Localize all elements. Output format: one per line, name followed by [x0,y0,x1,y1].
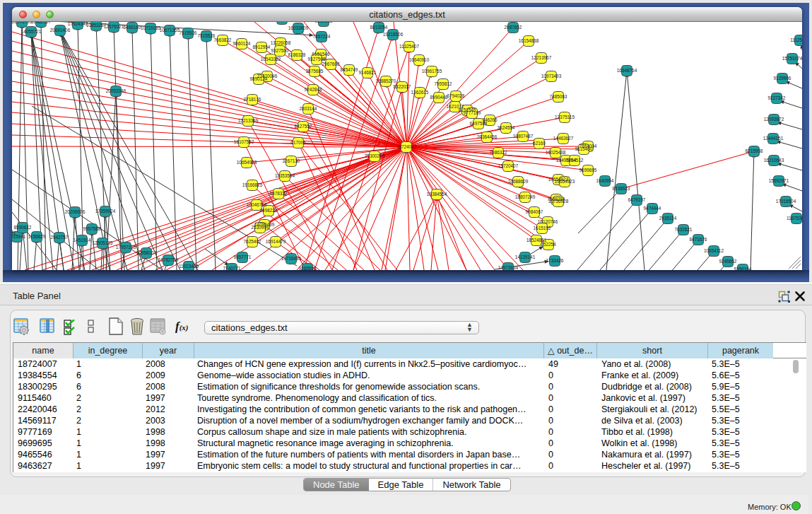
svg-text:7663822: 7663822 [214,37,232,42]
svg-text:2718176: 2718176 [244,97,261,102]
svg-text:6479197: 6479197 [628,197,646,202]
svg-text:6466160: 6466160 [124,25,141,30]
svg-text:20206576: 20206576 [65,209,86,214]
svg-text:9242848: 9242848 [305,87,322,92]
svg-text:12505135: 12505135 [93,240,113,245]
svg-text:7864512: 7864512 [566,158,584,163]
svg-text:10046766: 10046766 [247,202,267,207]
svg-text:14463627: 14463627 [553,136,574,141]
svg-text:16120746: 16120746 [538,219,558,224]
svg-text:2967608: 2967608 [322,62,340,66]
svg-text:10719185: 10719185 [141,25,161,30]
svg-text:15751074: 15751074 [782,56,802,61]
svg-text:20053346: 20053346 [106,88,126,93]
svg-text:6497568: 6497568 [470,121,488,126]
svg-text:19384554: 19384554 [427,192,447,197]
svg-text:1733426: 1733426 [546,258,564,263]
svg-text:16107552: 16107552 [234,139,254,144]
svg-text:9269595: 9269595 [299,266,317,270]
svg-text:9245652: 9245652 [719,259,737,264]
svg-text:2935114: 2935114 [659,216,677,221]
svg-text:14139141: 14139141 [515,255,536,259]
svg-text:11923445: 11923445 [179,264,199,269]
svg-text:16033809: 16033809 [288,25,309,30]
svg-text:9327500: 9327500 [271,48,289,53]
svg-text:2803144: 2803144 [300,106,317,111]
svg-text:25300205: 25300205 [365,153,385,158]
svg-text:7955812: 7955812 [435,81,452,86]
svg-text:18807249: 18807249 [515,194,536,199]
svg-text:8186328: 8186328 [288,52,306,57]
svg-text:252254: 252254 [541,242,556,247]
svg-text:9219303: 9219303 [315,22,333,23]
svg-text:7740771: 7740771 [223,266,241,270]
svg-text:10654928: 10654928 [237,160,257,165]
svg-text:14055721: 14055721 [21,29,42,34]
svg-text:17924342: 17924342 [68,22,88,26]
svg-text:9327508: 9327508 [308,57,326,62]
svg-text:8990448: 8990448 [430,95,448,100]
svg-text:7515526: 7515526 [180,30,197,35]
svg-text:9890124: 9890124 [250,76,268,81]
svg-text:9777169: 9777169 [464,110,481,115]
svg-text:12576021: 12576021 [104,24,124,29]
svg-text:9997588: 9997588 [83,226,101,231]
svg-text:20364436: 20364436 [477,134,498,139]
svg-text:9129906: 9129906 [774,76,792,81]
svg-text:15885270: 15885270 [376,78,396,83]
svg-text:2087652: 2087652 [505,25,522,30]
svg-text:12375115: 12375115 [555,115,575,119]
svg-text:22976753: 22976753 [12,22,33,24]
svg-text:3875685: 3875685 [306,69,324,74]
svg-text:8454749: 8454749 [341,67,358,72]
svg-text:2530999: 2530999 [252,225,269,230]
svg-text:15692971: 15692971 [769,178,789,183]
svg-text:13226058: 13226058 [271,40,291,45]
svg-text:8322037: 8322037 [394,84,411,89]
svg-text:16914479: 16914479 [266,239,286,244]
svg-text:19166825: 19166825 [242,182,263,187]
svg-text:1451914: 1451914 [73,238,91,243]
svg-text:9115460: 9115460 [575,146,593,151]
svg-text:19654923: 19654923 [555,179,575,184]
svg-text:15720407: 15720407 [498,163,519,168]
svg-text:7625402: 7625402 [244,239,261,244]
svg-text:19218506: 19218506 [383,32,404,37]
svg-text:1156829: 1156829 [28,234,46,239]
svg-text:16154838: 16154838 [519,38,539,43]
svg-text:18724007: 18724007 [396,144,417,149]
svg-text:20691406: 20691406 [50,28,71,33]
svg-text:10961755: 10961755 [422,69,442,74]
svg-text:7515526: 7515526 [198,33,216,38]
svg-text:9356164: 9356164 [734,267,752,270]
svg-text:8878332: 8878332 [270,191,288,196]
svg-text:9146821: 9146821 [359,70,377,75]
svg-text:10671355: 10671355 [160,28,180,33]
svg-text:10025438: 10025438 [546,150,566,155]
svg-text:16782759: 16782759 [158,257,179,262]
svg-text:10543382: 10543382 [261,57,281,62]
svg-text:7632621: 7632621 [675,227,693,232]
svg-text:9860124: 9860124 [233,41,251,46]
svg-text:8215958: 8215958 [746,148,763,153]
svg-text:9151546: 9151546 [312,52,330,57]
svg-text:16648764: 16648764 [617,68,637,73]
svg-text:1362615: 1362615 [411,90,429,95]
svg-text:3915941: 3915941 [12,234,26,239]
svg-text:617006: 617006 [290,140,306,145]
svg-text:7485063: 7485063 [550,94,567,99]
svg-text:8938923: 8938923 [613,186,630,191]
svg-text:17957225: 17957225 [116,245,136,250]
svg-text:2942757: 2942757 [51,235,69,240]
svg-text:8590612: 8590612 [14,225,32,230]
svg-text:6794028: 6794028 [447,93,465,98]
svg-text:12213369: 12213369 [238,118,259,123]
svg-text:4498222: 4498222 [260,208,278,213]
svg-text:3624554: 3624554 [498,125,515,130]
svg-text:12213967: 12213967 [531,55,552,60]
svg-text:7986322: 7986322 [490,150,507,155]
svg-text:10958107: 10958107 [136,250,157,255]
svg-text:8471676: 8471676 [690,237,707,242]
svg-text:11125527: 11125527 [790,37,802,42]
svg-text:10807487: 10807487 [513,134,534,139]
